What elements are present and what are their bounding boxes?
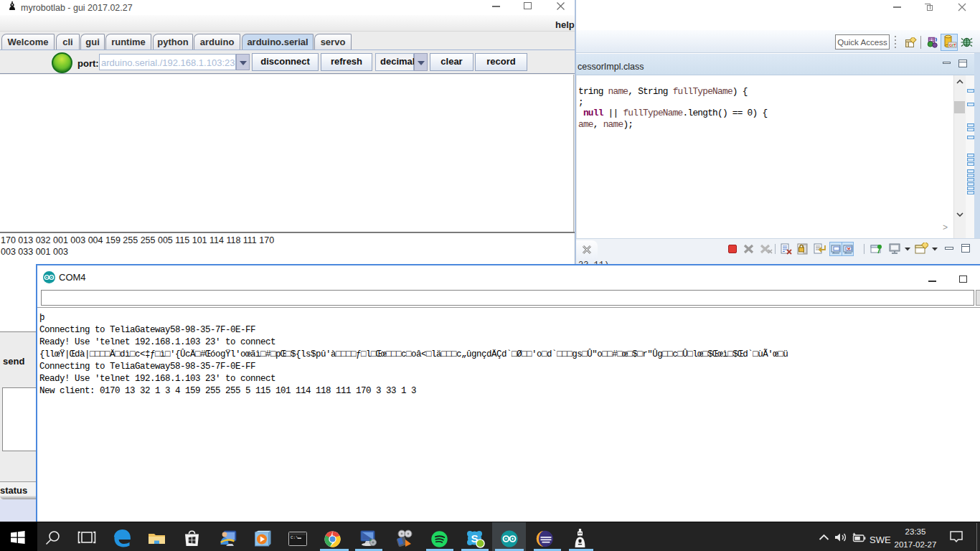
svg-text:s: s <box>369 537 372 542</box>
svg-text:GIT: GIT <box>949 43 956 47</box>
svg-text:C:\: C:\ <box>291 535 298 540</box>
